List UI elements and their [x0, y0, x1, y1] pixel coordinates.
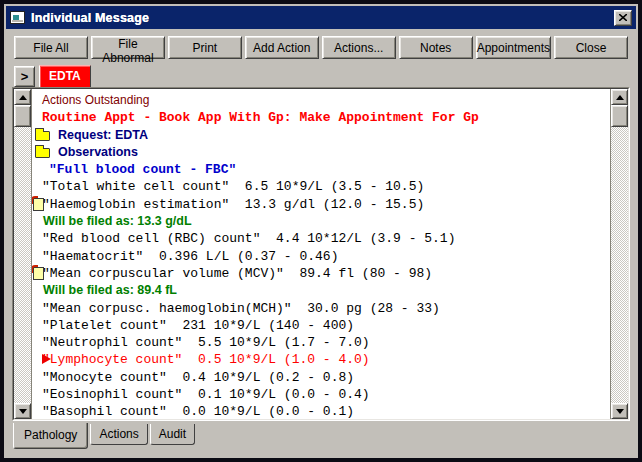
message-tabstrip: > EDTA [14, 64, 91, 87]
window-close-button[interactable] [614, 10, 632, 26]
report-line-text: Will be filed as: 13.3 g/dL [43, 213, 192, 230]
report-line-text: "Lymphocyte count" 0.5 10*9/L (1.0 - 4.0… [42, 351, 370, 368]
actions-button[interactable]: Actions... [322, 36, 396, 59]
abnormal-arrow-icon [42, 354, 51, 364]
appointments-button[interactable]: Appointments [476, 36, 551, 59]
file-all-button[interactable]: File All [14, 36, 88, 59]
report-line-text: "Full blood count - FBC" [49, 161, 236, 178]
chevron-right-icon: > [21, 69, 29, 84]
message-content-frame: Actions OutstandingRoutine Appt - Book A… [12, 87, 630, 421]
report-line-text: "Mean corpuscular volume (MCV)" 89.4 fl … [42, 265, 432, 282]
window-title: Individual Message [31, 11, 614, 25]
report-line[interactable]: "Mean corpuscular volume (MCV)" 89.4 fl … [32, 265, 610, 282]
report-line[interactable]: Request: EDTA [32, 127, 610, 144]
tab-expander-button[interactable]: > [14, 66, 35, 87]
individual-message-window: Individual Message File AllFile Abnormal… [0, 0, 642, 462]
print-button[interactable]: Print [168, 36, 242, 59]
arrow-up-icon [19, 95, 27, 100]
report-line[interactable]: "Basophil count" 0.0 10*9/L (0.0 - 0.1) [32, 403, 610, 419]
report-line[interactable]: "Eosinophil count" 0.1 10*9/L (0.0 - 0.4… [32, 386, 610, 403]
report-line-text: Request: EDTA [58, 127, 148, 144]
report-line[interactable]: "Lymphocyte count" 0.5 10*9/L (1.0 - 4.0… [32, 351, 610, 368]
folder-icon [35, 148, 50, 158]
report-line-text: "Mean corpusc. haemoglobin(MCH)" 30.0 pg… [42, 300, 440, 317]
report-line-text: Observations [58, 144, 138, 161]
report-line-text: "Total white cell count" 6.5 10*9/L (3.5… [42, 178, 424, 195]
close-button[interactable]: Close [554, 36, 628, 59]
arrow-up-icon [616, 95, 624, 100]
right-scrollbar-thumb[interactable] [611, 105, 628, 127]
report: Actions OutstandingRoutine Appt - Book A… [31, 89, 611, 419]
note-icon [33, 267, 44, 280]
report-line[interactable]: Actions Outstanding [32, 92, 610, 109]
left-scrollbar-down-button[interactable] [14, 403, 31, 419]
toolbar: File AllFile AbnormalPrintAdd ActionActi… [14, 36, 628, 59]
left-scrollbar [14, 89, 31, 419]
tab-pathology[interactable]: Pathology [13, 423, 88, 449]
report-line-text: Routine Appt - Book App With Gp: Make Ap… [42, 109, 479, 126]
report-line[interactable]: Will be filed as: 13.3 g/dL [32, 213, 610, 230]
report-line[interactable]: "Total white cell count" 6.5 10*9/L (3.5… [32, 178, 610, 195]
note-icon [33, 198, 44, 211]
notes-button[interactable]: Notes [399, 36, 473, 59]
report-line-text: "Eosinophil count" 0.1 10*9/L (0.0 - 0.4… [42, 386, 370, 403]
report-line[interactable]: "Haemoglobin estimation" 13.3 g/dl (12.0… [32, 196, 610, 213]
arrow-down-icon [19, 409, 27, 414]
app-icon [10, 11, 25, 24]
arrow-down-icon [616, 409, 624, 414]
report-line-text: "Monocyte count" 0.4 10*9/L (0.2 - 0.8) [42, 369, 354, 386]
close-icon [619, 14, 627, 21]
report-line[interactable]: Observations [32, 144, 610, 161]
report-line-text: "Neutrophil count" 5.5 10*9/L (1.7 - 7.0… [42, 334, 370, 351]
report-line-text: "Haematocrit" 0.396 L/L (0.37 - 0.46) [42, 248, 338, 265]
message-content-inner: Actions OutstandingRoutine Appt - Book A… [13, 88, 629, 420]
report-line[interactable]: "Neutrophil count" 5.5 10*9/L (1.7 - 7.0… [32, 334, 610, 351]
report-line[interactable]: "Mean corpusc. haemoglobin(MCH)" 30.0 pg… [32, 300, 610, 317]
right-scrollbar-down-button[interactable] [611, 403, 628, 419]
report-line[interactable]: "Red blood cell (RBC) count" 4.4 10*12/L… [32, 230, 610, 247]
report-line[interactable]: "Haematocrit" 0.396 L/L (0.37 - 0.46) [32, 248, 610, 265]
bottom-tabs: PathologyActionsAudit [13, 423, 197, 449]
tab-actions[interactable]: Actions [90, 424, 147, 445]
tab-audit[interactable]: Audit [150, 424, 195, 445]
folder-icon [35, 131, 50, 141]
report-line-text: "Red blood cell (RBC) count" 4.4 10*12/L… [42, 230, 455, 247]
report-line[interactable]: Will be filed as: 89.4 fL [32, 282, 610, 299]
report-line-text: Actions Outstanding [42, 92, 149, 109]
add-action-button[interactable]: Add Action [245, 36, 319, 59]
titlebar: Individual Message [6, 6, 636, 29]
tab-edta[interactable]: EDTA [39, 65, 91, 87]
file-abnormal-button[interactable]: File Abnormal [91, 36, 165, 59]
right-scrollbar [611, 89, 628, 419]
left-scrollbar-up-button[interactable] [14, 89, 31, 105]
right-scrollbar-track[interactable] [611, 127, 628, 403]
report-line[interactable]: "Full blood count - FBC" [32, 161, 610, 178]
report-line[interactable]: "Platelet count" 231 10*9/L (140 - 400) [32, 317, 610, 334]
report-line-text: "Haemoglobin estimation" 13.3 g/dl (12.0… [42, 196, 424, 213]
report-line-text: "Basophil count" 0.0 10*9/L (0.0 - 0.1) [42, 403, 354, 419]
report-line[interactable]: Routine Appt - Book App With Gp: Make Ap… [32, 109, 610, 126]
report-line-text: Will be filed as: 89.4 fL [43, 282, 177, 299]
report-line-text: "Platelet count" 231 10*9/L (140 - 400) [42, 317, 354, 334]
right-scrollbar-up-button[interactable] [611, 89, 628, 105]
left-scrollbar-thumb[interactable] [14, 105, 31, 127]
report-line[interactable]: "Monocyte count" 0.4 10*9/L (0.2 - 0.8) [32, 369, 610, 386]
left-scrollbar-track[interactable] [14, 127, 31, 403]
